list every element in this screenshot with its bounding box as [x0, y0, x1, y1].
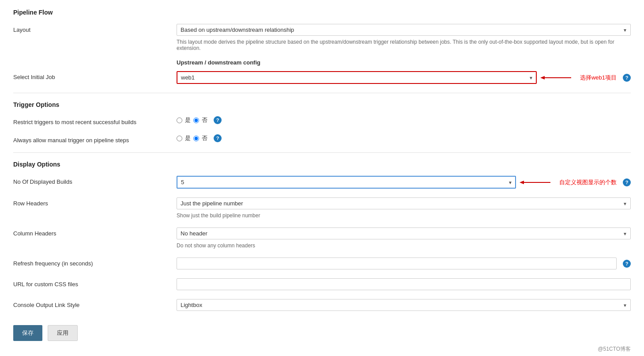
no-of-builds-select-wrapper: 1 2 3 4 5 10 20: [177, 176, 516, 189]
restrict-triggers-label: Restrict triggers to most recent success…: [13, 116, 177, 125]
always-allow-row: Always allow manual trigger on pipeline …: [13, 133, 631, 145]
web1-annotation-text: 选择web1项目: [580, 74, 617, 82]
restrict-triggers-no-label[interactable]: 否: [202, 116, 207, 124]
row-headers-select-wrapper: Just the pipeline number Pipeline name a…: [177, 197, 631, 209]
layout-select-wrapper: Based on upstream/downstream relationshi…: [177, 24, 631, 36]
console-output-select[interactable]: Lightbox New Window This Window: [177, 299, 631, 311]
layout-row: Layout Based on upstream/downstream rela…: [13, 22, 631, 53]
no-of-builds-label: No Of Displayed Builds: [13, 176, 177, 185]
no-of-builds-select[interactable]: 1 2 3 4 5 10 20: [177, 176, 516, 189]
url-css-input[interactable]: [177, 278, 631, 290]
row-headers-label: Row Headers: [13, 197, 177, 207]
url-css-label: URL for custom CSS files: [13, 278, 177, 288]
console-output-select-wrapper: Lightbox New Window This Window: [177, 299, 631, 311]
layout-hint: This layout mode derives the pipeline st…: [177, 39, 631, 51]
column-headers-select[interactable]: No header Show column headers: [177, 227, 631, 239]
svg-marker-3: [520, 181, 524, 184]
always-allow-yes-radio[interactable]: [177, 136, 182, 141]
always-allow-no-label[interactable]: 否: [202, 134, 207, 142]
restrict-triggers-radio-group: 是 否: [177, 116, 207, 124]
svg-marker-1: [540, 76, 545, 80]
builds-annotation: 自定义视图显示的个数: [524, 178, 617, 187]
no-of-builds-help-icon[interactable]: ?: [623, 178, 631, 186]
initial-job-select[interactable]: web1: [177, 71, 537, 84]
pipeline-flow-title: Pipeline Flow: [13, 9, 631, 16]
always-allow-radio-group: 是 否: [177, 134, 207, 142]
builds-annotation-text: 自定义视图显示的个数: [559, 178, 617, 186]
console-output-label: Console Output Link Style: [13, 299, 177, 308]
select-initial-job-label: Select Initial Job: [13, 71, 177, 80]
initial-job-help-icon[interactable]: ?: [623, 74, 631, 82]
select-initial-job-row: Select Initial Job web1 选择web1项目 ?: [13, 69, 631, 86]
restrict-triggers-no-radio[interactable]: [193, 117, 199, 123]
always-allow-no-radio[interactable]: [193, 136, 199, 141]
watermark: @51CTO博客: [13, 345, 631, 353]
restrict-triggers-row: Restrict triggers to most recent success…: [13, 114, 631, 127]
refresh-frequency-row: Refresh frequency (in seconds) 3 ?: [13, 256, 631, 271]
url-css-row: URL for custom CSS files: [13, 276, 631, 292]
always-allow-help-icon[interactable]: ?: [214, 134, 222, 142]
row-headers-select[interactable]: Just the pipeline number Pipeline name a…: [177, 197, 631, 209]
column-headers-row: Column Headers No header Show column hea…: [13, 226, 631, 250]
console-output-row: Console Output Link Style Lightbox New W…: [13, 297, 631, 313]
upstream-config-label: Upstream / downstream config: [177, 59, 631, 66]
initial-job-select-wrapper: web1: [177, 71, 537, 84]
web1-annotation: 选择web1项目: [545, 73, 617, 82]
always-allow-label: Always allow manual trigger on pipeline …: [13, 134, 177, 144]
column-headers-label: Column Headers: [13, 227, 177, 237]
restrict-triggers-help-icon[interactable]: ?: [214, 116, 222, 124]
column-headers-select-wrapper: No header Show column headers: [177, 227, 631, 239]
always-allow-yes-label[interactable]: 是: [185, 134, 191, 142]
refresh-frequency-help-icon[interactable]: ?: [623, 260, 631, 268]
no-of-builds-row: No Of Displayed Builds 1 2 3 4 5 10 20: [13, 174, 631, 190]
refresh-frequency-input[interactable]: 3: [177, 258, 617, 269]
refresh-frequency-label: Refresh frequency (in seconds): [13, 258, 177, 267]
save-button[interactable]: 保存: [13, 325, 42, 341]
layout-select[interactable]: Based on upstream/downstream relationshi…: [177, 24, 631, 36]
restrict-triggers-yes-label[interactable]: 是: [185, 116, 191, 124]
trigger-options-title: Trigger Options: [13, 101, 631, 108]
display-options-title: Display Options: [13, 161, 631, 168]
apply-button[interactable]: 应用: [48, 325, 78, 341]
row-headers-hint: Show just the build pipeline number: [177, 212, 631, 219]
divider-1: [13, 93, 631, 93]
divider-2: [13, 152, 631, 153]
row-headers-row: Row Headers Just the pipeline number Pip…: [13, 196, 631, 220]
restrict-triggers-yes-radio[interactable]: [177, 117, 182, 123]
layout-label: Layout: [13, 24, 177, 33]
column-headers-hint: Do not show any column headers: [177, 242, 631, 249]
footer-buttons: 保存 应用: [13, 325, 631, 341]
